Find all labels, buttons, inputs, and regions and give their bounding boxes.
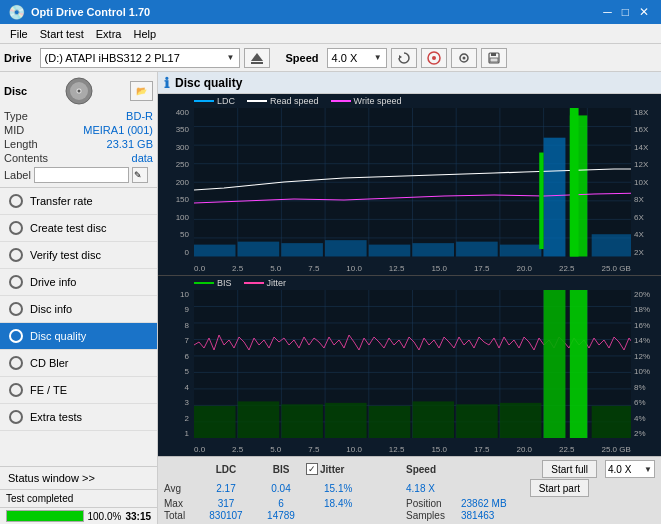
drive-combo-arrow: ▼ [227,53,235,62]
svg-marker-0 [251,53,263,61]
svg-rect-43 [570,108,579,257]
max-ldc: 317 [196,498,256,509]
sidebar-item-transfer-rate[interactable]: Transfer rate [0,188,157,215]
ldc-legend-label: LDC [217,96,235,106]
top-chart-y-axis-left: 400 350 300 250 200 150 100 50 0 [158,108,192,257]
menu-help[interactable]: Help [127,27,162,41]
drive-selector[interactable]: (D:) ATAPI iHBS312 2 PL17 ▼ [40,48,240,68]
verify-test-disc-label: Verify test disc [30,249,101,261]
stats-area: LDC BIS ✓ Jitter Speed Start full 4.0 X … [158,456,661,524]
svg-rect-1 [251,62,263,64]
progress-percentage: 100.0% [88,511,122,522]
avg-label: Avg [164,483,196,494]
avg-speed: 4.18 X [406,483,486,494]
maximize-button[interactable]: □ [618,5,633,19]
speed-select-small[interactable]: 4.0 X ▼ [605,460,655,478]
stats-header-row: LDC BIS ✓ Jitter Speed Start full 4.0 X … [164,460,655,478]
bottom-chart-y-axis-right: 20% 18% 16% 14% 12% 10% 8% 6% 4% 2% [631,290,661,439]
sidebar-item-verify-test-disc[interactable]: Verify test disc [0,242,157,269]
total-label: Total [164,510,196,521]
cd-bler-icon [8,355,24,371]
eject-button[interactable] [244,48,270,68]
svg-rect-39 [544,138,566,257]
content-area: ℹ Disc quality LDC Read speed [158,72,661,524]
disc-quality-label: Disc quality [30,330,86,342]
speed-select-value: 4.0 X [608,464,631,475]
bottom-chart-svg [194,290,631,439]
contents-value: data [132,152,153,164]
sidebar: Disc 📂 Type BD-R MID MEIRA1 (001) [0,72,158,524]
status-window-button[interactable]: Status window >> [0,467,157,489]
disc-panel-title: Disc [4,85,27,97]
settings-button[interactable] [451,48,477,68]
jitter-checkbox[interactable]: ✓ [306,463,318,475]
disc-length-row: Length 23.31 GB [4,137,153,151]
bottom-chart-y-axis-left: 10 9 8 7 6 5 4 3 2 1 [158,290,192,439]
drive-info-label: Drive info [30,276,76,288]
close-button[interactable]: ✕ [635,5,653,19]
menu-start-test[interactable]: Start test [34,27,90,41]
speed-combo-arrow: ▼ [374,53,382,62]
checkmark-icon: ✓ [308,464,316,474]
avg-ldc: 2.17 [196,483,256,494]
disc-contents-row: Contents data [4,151,153,165]
start-part-button-area: Start part [486,479,589,497]
jitter-header: Jitter [320,464,344,475]
start-full-button[interactable]: Start full [542,460,597,478]
menu-bar: File Start test Extra Help [0,24,661,44]
bis-legend-color [194,282,214,284]
sidebar-item-disc-quality[interactable]: Disc quality [0,323,157,350]
avg-jitter: 15.1% [306,483,406,494]
jitter-legend-color [244,282,264,284]
stats-avg-row: Avg 2.17 0.04 15.1% 4.18 X Start part [164,479,655,497]
stats-total-row: Total 830107 14789 Samples 381463 [164,510,655,521]
disc-icon [64,76,94,106]
disc-panel: Disc 📂 Type BD-R MID MEIRA1 (001) [0,72,157,188]
sidebar-item-extra-tests[interactable]: Extra tests [0,404,157,431]
save-button[interactable] [481,48,507,68]
sidebar-item-drive-info[interactable]: Drive info [0,269,157,296]
burn-button[interactable] [421,48,447,68]
mid-label: MID [4,124,24,136]
top-chart-x-axis: 0.0 2.5 5.0 7.5 10.0 12.5 15.0 17.5 20.0… [194,264,631,273]
sidebar-item-fe-te[interactable]: FE / TE [0,377,157,404]
stats-max-row: Max 317 6 18.4% Position 23862 MB [164,498,655,509]
svg-rect-66 [369,405,411,438]
disc-quality-icon [8,328,24,344]
total-samples: 381463 [461,510,494,521]
disc-mid-row: MID MEIRA1 (001) [4,123,153,137]
svg-rect-70 [544,290,566,439]
sidebar-item-create-test-disc[interactable]: Create test disc [0,215,157,242]
bottom-chart: BIS Jitter 10 9 8 7 6 5 4 [158,276,661,457]
status-bar-bottom: Test completed [0,489,157,507]
sidebar-item-disc-info[interactable]: Disc info [0,296,157,323]
status-bar: Status window >> Test completed 100.0% 3… [0,466,157,524]
status-window-label: Status window >> [8,472,95,484]
minimize-button[interactable]: ─ [599,5,616,19]
type-value: BD-R [126,110,153,122]
svg-rect-9 [490,58,498,62]
chart-title: Disc quality [175,76,242,90]
bis-header: BIS [256,464,306,475]
refresh-button[interactable] [391,48,417,68]
type-label: Type [4,110,28,122]
length-label: Length [4,138,38,150]
extra-tests-icon [8,409,24,425]
app-title: Opti Drive Control 1.70 [31,6,150,18]
svg-rect-62 [194,405,236,438]
menu-extra[interactable]: Extra [90,27,128,41]
main-layout: Disc 📂 Type BD-R MID MEIRA1 (001) [0,72,661,524]
label-input[interactable] [34,167,129,183]
svg-point-13 [77,90,80,93]
label-edit-button[interactable]: ✎ [132,167,148,183]
menu-file[interactable]: File [4,27,34,41]
ldc-header: LDC [196,464,256,475]
bis-legend-label: BIS [217,278,232,288]
max-label: Max [164,498,196,509]
sidebar-item-cd-bler[interactable]: CD Bler [0,350,157,377]
start-part-button[interactable]: Start part [530,479,589,497]
refresh-icon [397,51,411,65]
transfer-rate-icon [8,193,24,209]
disc-open-button[interactable]: 📂 [130,81,153,101]
speed-selector[interactable]: 4.0 X ▼ [327,48,387,68]
